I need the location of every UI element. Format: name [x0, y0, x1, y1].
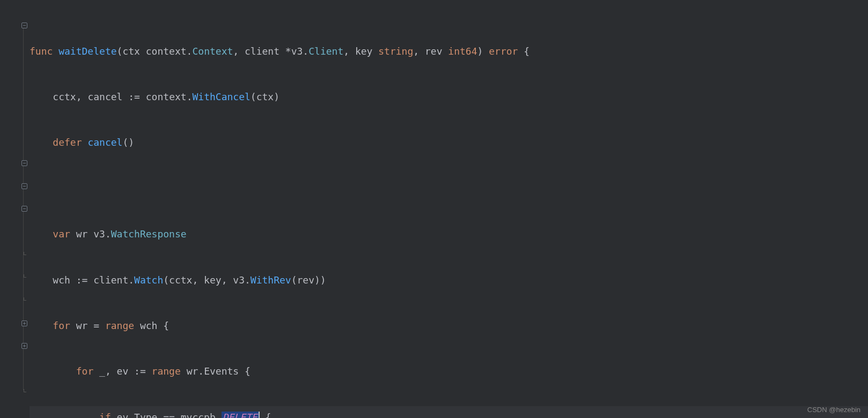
code-editor[interactable]: func waitDelete(ctx context.Context, cli…: [0, 0, 868, 418]
code-line[interactable]: func waitDelete(ctx context.Context, cli…: [30, 40, 868, 63]
code-line[interactable]: var wr v3.WatchResponse: [30, 223, 868, 246]
keyword-func: func: [30, 46, 58, 57]
selected-constant: DELETE: [222, 412, 260, 418]
watermark: CSDN @hezebin: [807, 406, 860, 414]
code-line[interactable]: defer cancel(): [30, 131, 868, 154]
fold-icon[interactable]: [20, 342, 28, 349]
fold-end-icon: [20, 251, 28, 258]
code-line[interactable]: wch := client.Watch(cctx, key, v3.WithRe…: [30, 269, 868, 292]
fold-icon[interactable]: [20, 21, 28, 29]
code-line[interactable]: cctx, cancel := context.WithCancel(ctx): [30, 86, 868, 109]
code-content[interactable]: func waitDelete(ctx context.Context, cli…: [30, 0, 868, 418]
function-name: waitDelete: [58, 46, 116, 57]
fold-icon[interactable]: [20, 319, 28, 327]
fold-end-icon: [20, 296, 28, 304]
fold-icon[interactable]: [20, 159, 28, 167]
code-line[interactable]: for wr = range wch {: [30, 315, 868, 338]
code-line-active[interactable]: if ev.Type == mvccpb.DELETE {: [30, 406, 868, 418]
fold-icon[interactable]: [20, 205, 28, 212]
fold-end-icon: [20, 273, 28, 281]
gutter: [0, 0, 30, 418]
code-line[interactable]: [30, 177, 868, 200]
code-line[interactable]: for _, ev := range wr.Events {: [30, 360, 868, 383]
fold-end-icon: [20, 388, 28, 395]
fold-icon[interactable]: [20, 182, 28, 190]
